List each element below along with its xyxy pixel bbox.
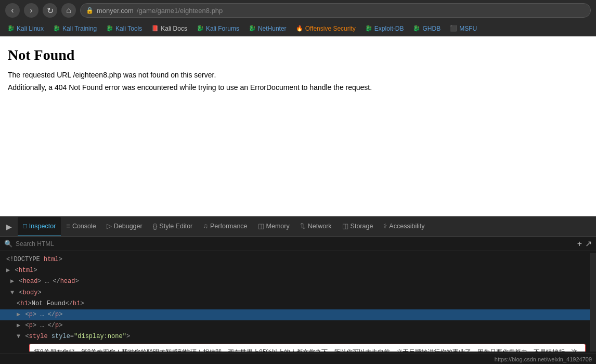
console-tab-icon: ≡	[66, 222, 70, 230]
forward-button[interactable]: ›	[24, 3, 38, 18]
bookmark-kali-linux[interactable]: 🐉 Kali Linux	[3, 23, 48, 34]
bookmark-kali-training-label: Kali Training	[62, 25, 97, 32]
ghdb-icon: 🐉	[413, 25, 420, 32]
msfu-icon: ⬛	[450, 25, 457, 32]
add-node-button[interactable]: +	[577, 239, 582, 249]
accessibility-tab-label: Accessibility	[389, 223, 424, 230]
tab-performance[interactable]: ♫ Performance	[198, 217, 252, 237]
tab-inspector[interactable]: □ Inspector	[18, 217, 61, 237]
lock-icon: 🔒	[86, 7, 94, 14]
tree-p2[interactable]: ▶ <p> … </p>	[0, 320, 590, 331]
html-tree: <!DOCTYPE html> ▶ <html> ▶ <head> … </he…	[0, 251, 596, 354]
tree-p1[interactable]: ▶ <p> … </p>	[0, 309, 590, 320]
bookmark-msfu[interactable]: ⬛ MSFU	[446, 23, 481, 34]
html-triangle[interactable]: ▶	[6, 267, 10, 274]
bookmark-exploit-db-label: Exploit-DB	[374, 25, 404, 32]
bookmark-kali-forums[interactable]: 🐉 Kali Forums	[192, 23, 243, 34]
kali-docs-icon: 📕	[151, 25, 159, 32]
bookmark-kali-linux-label: Kali Linux	[17, 25, 44, 32]
bookmark-nethunter[interactable]: 🐉 NetHunter	[244, 23, 291, 34]
exploit-db-icon: 🐉	[365, 25, 372, 32]
kali-linux-icon: 🐉	[7, 25, 15, 32]
search-input[interactable]	[16, 240, 574, 248]
bookmark-kali-docs-label: Kali Docs	[161, 25, 187, 32]
bookmark-kali-training[interactable]: 🐉 Kali Training	[49, 23, 101, 34]
bookmark-kali-forums-label: Kali Forums	[206, 25, 239, 32]
nethunter-icon: 🐉	[249, 25, 256, 32]
doctype-name: html	[44, 256, 59, 263]
performance-tab-label: Performance	[210, 223, 248, 230]
bookmark-ghdb[interactable]: 🐉 GHDB	[409, 23, 445, 34]
reload-button[interactable]: ↻	[43, 3, 57, 18]
network-tab-label: Network	[308, 223, 332, 230]
tab-console[interactable]: ≡ Console	[61, 217, 101, 237]
tab-network[interactable]: ⇅ Network	[295, 217, 337, 237]
tree-doctype[interactable]: <!DOCTYPE html>	[0, 254, 590, 265]
tab-memory[interactable]: ◫ Memory	[253, 217, 295, 237]
storage-tab-icon: ◫	[342, 222, 348, 230]
tab-style-editor[interactable]: {} Style Editor	[148, 217, 198, 237]
console-tab-label: Console	[72, 223, 96, 230]
bookmark-msfu-label: MSFU	[459, 25, 477, 32]
accessibility-tab-icon: ⚕	[383, 222, 387, 230]
bookmark-exploit-db[interactable]: 🐉 Exploit-DB	[361, 23, 408, 34]
tree-style-display[interactable]: ▼ <style style="display:none">	[0, 331, 590, 342]
hint-box: 第8关朋友您好，第8关欢迎您！我对您的聪明才智感到惊讶！相信我，现在世界上85%…	[29, 344, 586, 352]
status-url: https://blog.csdn.net/weixin_41924709	[495, 356, 592, 362]
bookmark-offensive-security[interactable]: 🔥 Offensive Security	[292, 23, 360, 34]
bookmark-kali-docs[interactable]: 📕 Kali Docs	[147, 23, 191, 34]
tree-html-open[interactable]: ▶ <html>	[0, 265, 590, 276]
url-bar[interactable]: 🔒 monyer.com /game/game1/eighteen8.php	[80, 3, 591, 18]
doctype-bracket: <!DOCTYPE	[6, 256, 44, 263]
page-content: Not Found The requested URL /eighteen8.p…	[0, 36, 596, 216]
devtools-searchbar: 🔍 + ↗	[0, 237, 596, 251]
bookmark-nethunter-label: NetHunter	[258, 25, 287, 32]
inspector-tab-icon: □	[23, 222, 27, 230]
bookmark-offensive-security-label: Offensive Security	[305, 25, 356, 32]
devtools-pick-button[interactable]: ▶	[2, 220, 16, 233]
search-icon: 🔍	[4, 240, 12, 248]
style-editor-tab-label: Style Editor	[159, 223, 192, 230]
status-bar: https://blog.csdn.net/weixin_41924709	[0, 354, 596, 364]
storage-tab-label: Storage	[351, 223, 373, 230]
inspector-tab-label: Inspector	[29, 223, 56, 230]
tab-storage[interactable]: ◫ Storage	[337, 217, 379, 237]
tree-head[interactable]: ▶ <head> … </head>	[0, 276, 590, 287]
style-triangle[interactable]: ▼	[17, 333, 20, 340]
p2-triangle[interactable]: ▶	[17, 322, 20, 329]
devtools-panel: ▶ □ Inspector ≡ Console ▷ Debugger {} St…	[0, 216, 596, 364]
tree-body-open[interactable]: ▼ <body>	[0, 288, 590, 298]
kali-forums-icon: 🐉	[197, 25, 204, 32]
bookmark-kali-tools[interactable]: 🐉 Kali Tools	[102, 23, 146, 34]
tree-h1[interactable]: <h1>Not Found</h1>	[0, 298, 590, 309]
body-triangle[interactable]: ▼	[10, 289, 14, 296]
bookmark-kali-tools-label: Kali Tools	[115, 25, 142, 32]
bookmark-ghdb-label: GHDB	[422, 25, 440, 32]
offensive-security-icon: 🔥	[296, 25, 303, 32]
devtools-toolbar: ▶ □ Inspector ≡ Console ▷ Debugger {} St…	[0, 217, 596, 237]
url-path: /game/game1/eighteen8.php	[137, 7, 223, 15]
p1-triangle[interactable]: ▶	[17, 311, 20, 318]
bookmarks-bar: 🐉 Kali Linux 🐉 Kali Training 🐉 Kali Tool…	[0, 21, 596, 36]
url-domain: monyer.com	[97, 7, 134, 15]
page-line1: The requested URL /eighteen8.php was not…	[8, 71, 588, 79]
kali-tools-icon: 🐉	[106, 25, 113, 32]
memory-tab-label: Memory	[266, 223, 290, 230]
style-editor-tab-icon: {}	[153, 222, 158, 230]
tab-accessibility[interactable]: ⚕ Accessibility	[378, 217, 430, 237]
html-tree-side-panel	[590, 253, 596, 352]
tab-debugger[interactable]: ▷ Debugger	[101, 217, 148, 237]
html-tree-main: <!DOCTYPE html> ▶ <html> ▶ <head> … </he…	[0, 253, 590, 352]
back-button[interactable]: ‹	[5, 3, 20, 18]
performance-tab-icon: ♫	[203, 222, 208, 230]
home-button[interactable]: ⌂	[61, 3, 76, 18]
page-line2: Additionally, a 404 Not Found error was …	[8, 83, 588, 92]
kali-training-icon: 🐉	[53, 25, 60, 32]
debugger-tab-label: Debugger	[114, 223, 142, 230]
network-tab-icon: ⇅	[300, 222, 306, 230]
page-title: Not Found	[8, 47, 588, 63]
expand-button[interactable]: ↗	[585, 239, 592, 249]
head-triangle[interactable]: ▶	[10, 278, 14, 285]
memory-tab-icon: ◫	[258, 222, 264, 230]
debugger-tab-icon: ▷	[107, 222, 112, 230]
